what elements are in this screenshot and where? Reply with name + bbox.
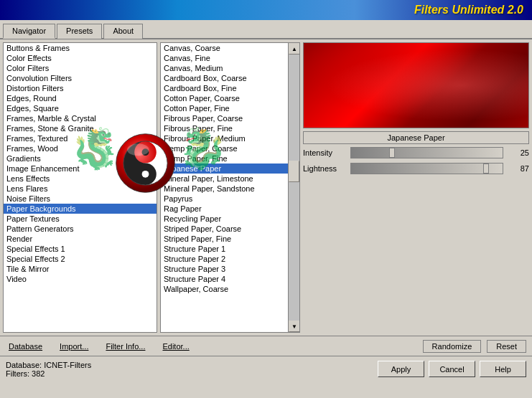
database-btn[interactable]: Database [6, 341, 45, 352]
lightness-label: Lightness [303, 164, 346, 173]
filter-item[interactable]: Papyrus [161, 194, 288, 204]
lightness-slider[interactable] [350, 163, 503, 174]
app-title: Filters Unlimited 2.0 [414, 4, 523, 16]
cancel-button[interactable]: Cancel [429, 361, 475, 377]
filter-item[interactable]: Canvas, Coarse [161, 43, 288, 53]
intensity-row: Intensity 25 [303, 147, 529, 158]
filter-item[interactable]: Structure Paper 2 [161, 254, 288, 264]
filter-item[interactable]: Structure Paper 4 [161, 274, 288, 284]
filter-item[interactable]: Hemp Paper, Fine [161, 153, 288, 164]
filter-scrollbar[interactable]: ▲ ▼ [288, 43, 299, 332]
category-item[interactable]: Paper Backgrounds [4, 204, 157, 214]
reset-btn[interactable]: Reset [487, 340, 526, 353]
filter-item[interactable]: Striped Paper, Coarse [161, 224, 288, 234]
title-bar: Filters Unlimited 2.0 [0, 0, 532, 20]
category-item[interactable]: Edges, Round [4, 93, 157, 103]
slider-section: Intensity 25 Lightness 87 [303, 147, 529, 174]
action-buttons: Apply Cancel Help [378, 361, 526, 377]
status-bar: Database: ICNET-Filters Filters: 382 App… [0, 356, 532, 382]
toolbar-right: Randomize Reset [423, 340, 526, 353]
filter-item[interactable]: Recycling Paper [161, 214, 288, 224]
help-button[interactable]: Help [480, 361, 526, 377]
intensity-value: 25 [508, 148, 529, 157]
import-btn[interactable]: Import... [57, 341, 91, 352]
filter-item[interactable]: Mineral Paper, Sandstone [161, 184, 288, 194]
filter-item[interactable]: Mineral Paper, Limestone [161, 174, 288, 184]
filter-item[interactable]: Rag Paper [161, 204, 288, 214]
tab-about[interactable]: About [103, 24, 143, 39]
category-item[interactable]: Special Effects 2 [4, 254, 157, 264]
database-status: Database: ICNET-Filters [6, 361, 91, 369]
intensity-slider[interactable] [350, 147, 503, 158]
tab-presets[interactable]: Presets [57, 24, 102, 39]
category-item[interactable]: Distortion Filters [4, 83, 157, 93]
tab-bar: Navigator Presets About [0, 20, 532, 39]
filter-item[interactable]: Fibrous Paper, Fine [161, 123, 288, 133]
intensity-label: Intensity [303, 148, 346, 157]
category-item[interactable]: Frames, Wood [4, 143, 157, 153]
category-item[interactable]: Color Effects [4, 53, 157, 63]
filter-item[interactable]: Structure Paper 3 [161, 264, 288, 274]
category-item[interactable]: Frames, Marble & Crystal [4, 113, 157, 123]
filter-item[interactable]: Cotton Paper, Coarse [161, 93, 288, 103]
category-item[interactable]: Frames, Stone & Granite [4, 123, 157, 133]
filter-item[interactable]: Cardboard Box, Coarse [161, 73, 288, 83]
scroll-thumb[interactable] [289, 161, 299, 182]
scroll-track[interactable] [289, 55, 299, 321]
category-item[interactable]: Tile & Mirror [4, 264, 157, 274]
filter-item[interactable]: Canvas, Fine [161, 53, 288, 63]
filter-item[interactable]: Fibrous Paper, Medium [161, 133, 288, 143]
category-item[interactable]: Convolution Filters [4, 73, 157, 83]
category-item[interactable]: Video [4, 274, 157, 284]
status-info: Database: ICNET-Filters Filters: 382 [6, 361, 91, 378]
category-item[interactable]: Edges, Square [4, 103, 157, 113]
filter-list[interactable]: Canvas, CoarseCanvas, FineCanvas, Medium… [161, 43, 288, 332]
intensity-thumb[interactable] [389, 148, 395, 158]
randomize-btn[interactable]: Randomize [423, 340, 482, 353]
filter-item[interactable]: Striped Paper, Fine [161, 234, 288, 244]
preview-area [303, 42, 529, 128]
filters-status: Filters: 382 [6, 369, 91, 378]
scroll-up-btn[interactable]: ▲ [289, 43, 300, 55]
filter-info-btn[interactable]: Filter Info... [103, 341, 148, 352]
main-content: Buttons & FramesColor EffectsColor Filte… [0, 39, 532, 336]
filter-item[interactable]: Wallpaper, Coarse [161, 284, 288, 294]
filter-list-container: Canvas, CoarseCanvas, FineCanvas, Medium… [160, 42, 300, 333]
filter-name-display: Japanese Paper [303, 131, 529, 144]
category-item[interactable]: Pattern Generators [4, 224, 157, 234]
scroll-down-btn[interactable]: ▼ [289, 321, 300, 332]
lightness-thumb[interactable] [483, 164, 489, 174]
category-item[interactable]: Render [4, 234, 157, 244]
filter-item[interactable]: Hemp Paper, Coarse [161, 143, 288, 153]
category-item[interactable]: Paper Textures [4, 214, 157, 224]
category-item[interactable]: Noise Filters [4, 194, 157, 204]
filter-item[interactable]: Cardboard Box, Fine [161, 83, 288, 93]
right-panel: Japanese Paper Intensity 25 Lightness 87 [303, 42, 529, 333]
lightness-row: Lightness 87 [303, 163, 529, 174]
filter-item[interactable]: Fibrous Paper, Coarse [161, 113, 288, 123]
category-item[interactable]: Special Effects 1 [4, 244, 157, 254]
editor-btn[interactable]: Editor... [159, 341, 192, 352]
category-item[interactable]: Gradients [4, 153, 157, 164]
apply-button[interactable]: Apply [378, 361, 424, 377]
category-item[interactable]: Color Filters [4, 63, 157, 73]
category-item[interactable]: Image Enhancement [4, 164, 157, 174]
filter-item[interactable]: Structure Paper 1 [161, 244, 288, 254]
filter-item[interactable]: Cotton Paper, Fine [161, 103, 288, 113]
lightness-value: 87 [508, 164, 529, 173]
category-item[interactable]: Buttons & Frames [4, 43, 157, 53]
category-item[interactable]: Frames, Textured [4, 133, 157, 143]
category-item[interactable]: Lens Effects [4, 174, 157, 184]
bottom-toolbar: Database Import... Filter Info... Editor… [0, 336, 532, 356]
category-item[interactable]: Lens Flares [4, 184, 157, 194]
filter-item[interactable]: Canvas, Medium [161, 63, 288, 73]
tab-navigator[interactable]: Navigator [3, 24, 55, 39]
category-panel[interactable]: Buttons & FramesColor EffectsColor Filte… [3, 42, 157, 333]
panels-wrapper: Buttons & FramesColor EffectsColor Filte… [3, 42, 529, 333]
filter-item[interactable]: Japanese Paper [161, 164, 288, 174]
